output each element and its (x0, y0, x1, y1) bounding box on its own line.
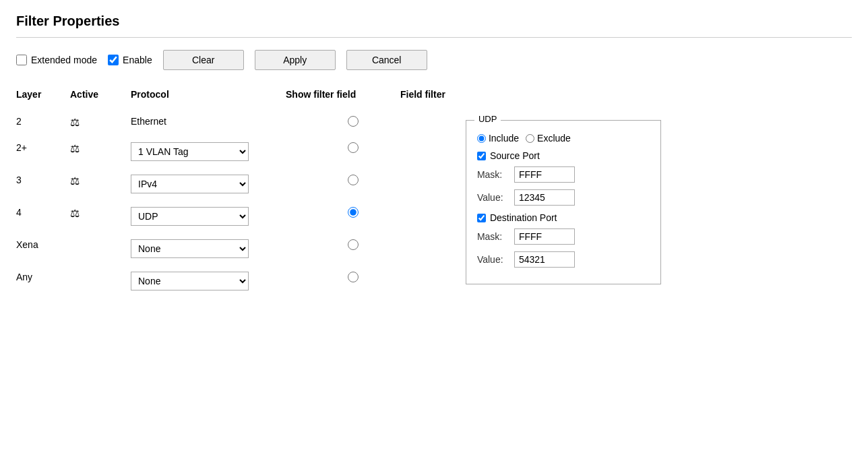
source-port-row: Source Port (477, 150, 650, 161)
layer-value: Xena (16, 239, 38, 250)
enable-group: Enable (108, 55, 152, 65)
show-filter-radio-0[interactable] (348, 116, 359, 127)
title-divider (16, 37, 852, 38)
protocol-select-4[interactable]: None (131, 239, 249, 258)
exclude-radio[interactable] (526, 134, 534, 143)
show-filter-cell (279, 109, 400, 133)
layer-value: 2+ (16, 142, 27, 153)
dest-mask-label: Mask: (477, 231, 507, 242)
header-active: Active (70, 89, 131, 109)
protocol-select-5[interactable]: None (131, 272, 249, 290)
dest-port-label: Destination Port (490, 212, 557, 223)
field-filter-placeholder (400, 233, 445, 246)
dest-value-row: Value: (477, 251, 650, 268)
extended-mode-label[interactable]: Extended mode (31, 55, 97, 65)
field-filter-placeholder (400, 168, 445, 181)
active-cell (70, 265, 131, 278)
layer-value: 4 (16, 207, 22, 218)
dest-value-input[interactable] (514, 251, 575, 268)
layer-cell: Xena (16, 233, 70, 257)
protocol-cell: None (131, 265, 279, 297)
layer-cell: 2 (16, 109, 70, 133)
dest-mask-input[interactable] (514, 228, 575, 245)
layer-cell: 2+ (16, 135, 70, 160)
layer-cell: Any (16, 265, 70, 289)
active-cell: ⚖ (70, 200, 131, 226)
show-filter-radio-4[interactable] (348, 239, 359, 250)
source-port-checkbox[interactable] (477, 152, 486, 160)
extended-mode-group: Extended mode (16, 55, 97, 65)
enable-label[interactable]: Enable (123, 55, 152, 65)
show-filter-cell (279, 233, 400, 257)
protocol-cell: Ethernet (131, 109, 279, 133)
header-layer: Layer (16, 89, 70, 109)
dest-port-row: Destination Port (477, 212, 650, 223)
protocol-select-3[interactable]: UDP None TCP (131, 207, 249, 226)
layer-value: 2 (16, 116, 22, 127)
source-mask-input[interactable] (514, 166, 575, 183)
protocol-cell: UDP None TCP (131, 200, 279, 233)
source-mask-row: Mask: (477, 166, 650, 183)
apply-button[interactable]: Apply (255, 50, 336, 70)
protocol-select-1[interactable]: 1 VLAN Tag None 2 VLAN Tags 3 VLAN Tags (131, 142, 249, 161)
layer-cell: 3 (16, 168, 70, 192)
show-filter-radio-2[interactable] (348, 175, 359, 185)
page-title: Filter Properties (16, 13, 852, 29)
show-filter-cell (279, 168, 400, 192)
layer-cell: 4 (16, 200, 70, 224)
source-mask-label: Mask: (477, 169, 507, 180)
cancel-button[interactable]: Cancel (346, 50, 427, 70)
protocol-cell: None (131, 233, 279, 265)
header-protocol: Protocol (131, 89, 279, 109)
dest-port-section: Destination Port Mask: Value: (477, 212, 650, 268)
active-cell: ⚖ (70, 168, 131, 194)
clear-button[interactable]: Clear (163, 50, 244, 70)
extended-mode-checkbox[interactable] (16, 55, 27, 65)
source-port-section: Source Port Mask: Value: (477, 150, 650, 206)
active-cell: ⚖ (70, 135, 131, 162)
layer-value: Any (16, 272, 32, 282)
filter-table: Layer Active Protocol Show filter field … (16, 89, 445, 297)
protocol-select-2[interactable]: IPv4 None IPv6 (131, 175, 249, 193)
dest-port-checkbox[interactable] (477, 214, 486, 222)
field-filter-placeholder (400, 109, 445, 123)
source-value-label: Value: (477, 192, 507, 203)
field-filter-placeholder (400, 135, 445, 149)
source-value-row: Value: (477, 189, 650, 206)
include-radio[interactable] (477, 134, 486, 143)
layer-value: 3 (16, 175, 22, 185)
active-cell (70, 233, 131, 246)
protocol-cell: 1 VLAN Tag None 2 VLAN Tags 3 VLAN Tags (131, 135, 279, 168)
header-field-filter: Field filter (400, 89, 445, 109)
show-filter-radio-5[interactable] (348, 272, 359, 282)
enable-checkbox[interactable] (108, 55, 119, 65)
exclude-label: Exclude (537, 133, 571, 144)
show-filter-cell (279, 265, 400, 289)
show-filter-cell (279, 135, 400, 160)
field-filter-legend: UDP (474, 114, 501, 124)
active-filter-icon: ⚖ (70, 207, 80, 220)
protocol-cell: IPv4 None IPv6 (131, 168, 279, 200)
header-show-filter: Show filter field (279, 89, 400, 109)
toolbar: Extended mode Enable Clear Apply Cancel (16, 50, 852, 70)
active-filter-icon: ⚖ (70, 116, 80, 129)
show-filter-radio-3[interactable] (348, 207, 359, 218)
show-filter-cell (279, 200, 400, 224)
source-value-input[interactable] (514, 189, 575, 206)
active-filter-icon: ⚖ (70, 175, 80, 187)
include-label: Include (489, 133, 519, 144)
dest-mask-row: Mask: (477, 228, 650, 245)
active-filter-icon: ⚖ (70, 142, 80, 155)
active-cell: ⚖ (70, 109, 131, 135)
field-filter-placeholder (400, 265, 445, 278)
include-option[interactable]: Include (477, 133, 519, 144)
show-filter-radio-1[interactable] (348, 142, 359, 153)
source-port-label: Source Port (490, 150, 540, 161)
include-exclude-row: Include Exclude (477, 133, 650, 144)
protocol-static: Ethernet (131, 116, 166, 127)
exclude-option[interactable]: Exclude (526, 133, 571, 144)
field-filter-placeholder (400, 200, 445, 214)
dest-value-label: Value: (477, 254, 507, 265)
field-filter-box: UDP Include Exclude Source Port (466, 120, 661, 284)
